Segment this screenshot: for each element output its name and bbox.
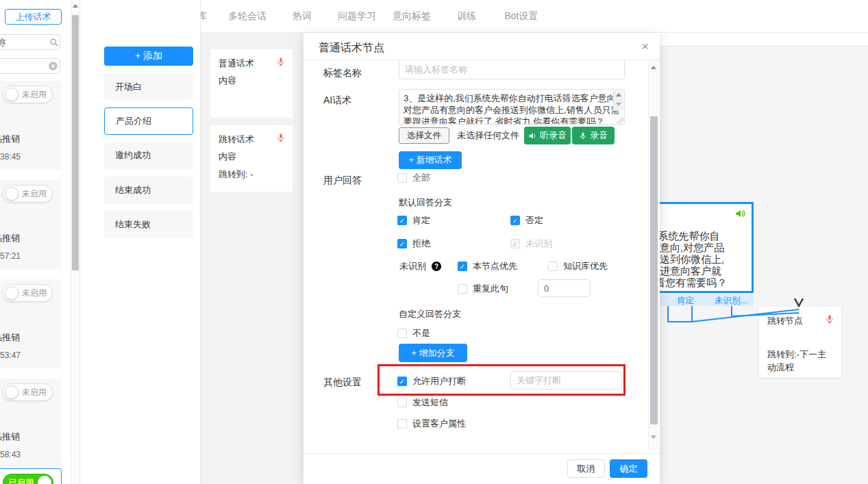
tab-intent-label[interactable]: 意向标签	[384, 0, 439, 33]
kb-first-row: 知识库优先	[548, 260, 608, 272]
default-branch-title: 默认回答分支	[399, 196, 452, 209]
mic-icon[interactable]	[825, 314, 834, 324]
keyword-interrupt-input[interactable]	[510, 371, 622, 390]
user-answer-label: 用户回答	[323, 175, 362, 187]
label-name-input[interactable]	[399, 60, 625, 79]
scrollbar-thumb[interactable]	[72, 15, 79, 270]
resize-handle-icon[interactable]	[617, 116, 623, 123]
flow-item-end-fail[interactable]: 结束失败	[104, 211, 193, 238]
modal-titlebar: 普通话术节点 ×	[303, 33, 660, 60]
toggle-knob	[5, 88, 18, 101]
node-first-row: 本节点优先	[458, 260, 517, 272]
modal-scrollbar[interactable]	[648, 60, 659, 450]
branch-refuse-row: 拒绝	[397, 238, 430, 250]
flow-item-invite-success[interactable]: 邀约成功	[104, 142, 193, 169]
checkbox-positive[interactable]	[397, 216, 407, 225]
confirm-button[interactable]: 确定	[610, 459, 647, 478]
speaker-icon[interactable]	[734, 208, 746, 219]
campaign-time: 7:57:21	[0, 251, 21, 261]
branch-negative-row: 否定	[510, 214, 543, 227]
campaign-scrollbar[interactable]	[71, 0, 79, 484]
send-sms-row: 发送短信	[397, 396, 448, 409]
other-settings-label: 其他设置	[323, 377, 362, 389]
toggle-knob	[38, 476, 51, 484]
mic-icon[interactable]	[276, 56, 286, 67]
node-content-label: 内容	[219, 72, 236, 89]
record-button[interactable]: 录音	[572, 127, 615, 144]
checkbox-repeat[interactable]	[458, 284, 467, 294]
flow-item-product-intro[interactable]: 产品介绍	[104, 107, 193, 135]
canvas-toolbar	[660, 33, 868, 47]
modal-body: 标签名称 AI话术 3、是这样的,我们系统先帮你自动打电话筛选客户意向, 对您产…	[303, 60, 660, 450]
node-edit-modal: 普通话术节点 × 标签名称 AI话术 3、是这样的,我们系统先帮你自动打电话筛选…	[303, 33, 660, 484]
scrollbar-thumb[interactable]	[650, 116, 658, 424]
custom-branch-row: 不是	[397, 327, 430, 340]
modal-title: 普通话术节点	[319, 41, 384, 55]
enable-toggle[interactable]: 未启用	[2, 185, 53, 203]
tab-training[interactable]: 训练	[439, 0, 494, 33]
listen-recording-button[interactable]: 听录音	[524, 127, 571, 144]
repeat-row: 重复此句	[458, 283, 508, 295]
flow-item-end-success[interactable]: 结束成功	[104, 177, 193, 204]
flow-item-opening[interactable]: 开场白	[104, 73, 193, 101]
campaign-card[interactable]: 未启用 品推销 3:58:43	[0, 379, 62, 468]
help-icon[interactable]: ?	[432, 262, 441, 271]
checkbox-send-sms[interactable]	[397, 398, 407, 407]
customer-attr-row: 设置客户属性	[397, 418, 466, 430]
node-content-label: 内容	[219, 148, 236, 165]
node-card-jump[interactable]: 跳转话术 内容 跳转到: -	[210, 125, 293, 192]
upload-script-button[interactable]: 上传话术	[5, 9, 62, 25]
flow-list-panel: + 添加 开场白 产品介绍 邀约成功 结束成功 结束失败	[81, 0, 201, 484]
branch-unrecognized-row: 未识别	[510, 238, 552, 250]
add-script-button[interactable]: + 新增话术	[399, 151, 462, 169]
app-root: 主动话术 知识库 多轮会话 热词 问题学习 意向标签 训练 Bot设置 3、是这…	[0, 0, 868, 484]
checkbox-all[interactable]	[397, 173, 407, 183]
checkbox-refuse[interactable]	[397, 239, 407, 249]
close-icon[interactable]: ×	[641, 40, 649, 53]
campaign-name: 品推销	[0, 133, 20, 145]
add-branch-button[interactable]: + 增加分支	[399, 344, 467, 362]
campaign-card[interactable]: 未启用 品推销 9:38:45	[0, 81, 62, 170]
branch-tab-positive[interactable]: 肯定	[677, 295, 694, 307]
campaign-card-active[interactable]: 已启用	[0, 468, 62, 484]
ai-script-label: AI话术	[323, 94, 351, 107]
label-name-label: 标签名称	[323, 67, 362, 79]
enable-toggle[interactable]: 未启用	[2, 284, 53, 302]
repeat-count-input[interactable]	[538, 279, 591, 297]
checkbox-negative[interactable]	[510, 216, 520, 225]
branch-tab-unrecognized[interactable]: 未识别...	[715, 295, 747, 307]
node-card-normal[interactable]: 普通话术 内容	[210, 49, 293, 118]
textarea-spinner[interactable]	[613, 90, 623, 111]
checkbox-node-first[interactable]	[458, 262, 467, 271]
toggle-knob	[5, 187, 18, 201]
campaign-time: 3:58:43	[0, 450, 21, 459]
search-icon[interactable]	[49, 38, 59, 47]
campaign-time: 7:53:47	[0, 351, 21, 360]
checkbox-unrecognized-disabled	[510, 239, 520, 249]
enable-toggle[interactable]: 未启用	[2, 383, 53, 401]
campaign-card[interactable]: 未启用 品推销 7:57:21	[0, 180, 62, 269]
jump-node-title: 跳转节点	[767, 315, 803, 327]
tab-bot-settings[interactable]: Bot设置	[494, 0, 549, 33]
checkbox-kb-first[interactable]	[548, 262, 558, 271]
ai-script-textarea[interactable]: 3、是这样的,我们系统先帮你自动打电话筛选客户意向, 对您产品有意向的客户会推送…	[399, 89, 625, 125]
tab-multi-turn[interactable]: 多轮会话	[220, 0, 275, 33]
checkbox-customer-attr[interactable]	[397, 419, 407, 429]
cancel-button[interactable]: 取消	[567, 459, 605, 478]
campaign-name: 品推销	[0, 431, 20, 443]
enable-toggle-on[interactable]: 已启用	[3, 474, 53, 484]
campaign-name: 品推销	[0, 232, 20, 244]
jump-node-card[interactable]: 跳转节点 跳转到:-下一主 动流程	[759, 307, 841, 377]
clear-icon[interactable]	[48, 61, 58, 71]
tab-question-learning[interactable]: 问题学习	[330, 0, 384, 33]
allow-interrupt-row: 允许用户打断	[397, 375, 466, 387]
tab-hot-words[interactable]: 热词	[275, 0, 330, 33]
mic-icon[interactable]	[276, 132, 286, 143]
checkbox-custom-branch[interactable]	[397, 329, 407, 338]
campaign-card[interactable]: 未启用 品推销 7:53:47	[0, 279, 62, 368]
node-jump-target: 跳转到: -	[219, 166, 253, 183]
choose-file-button[interactable]: 选择文件	[399, 127, 449, 144]
enable-toggle[interactable]: 未启用	[2, 86, 53, 103]
add-flow-button[interactable]: + 添加	[104, 47, 193, 66]
checkbox-allow-interrupt[interactable]	[397, 377, 407, 386]
